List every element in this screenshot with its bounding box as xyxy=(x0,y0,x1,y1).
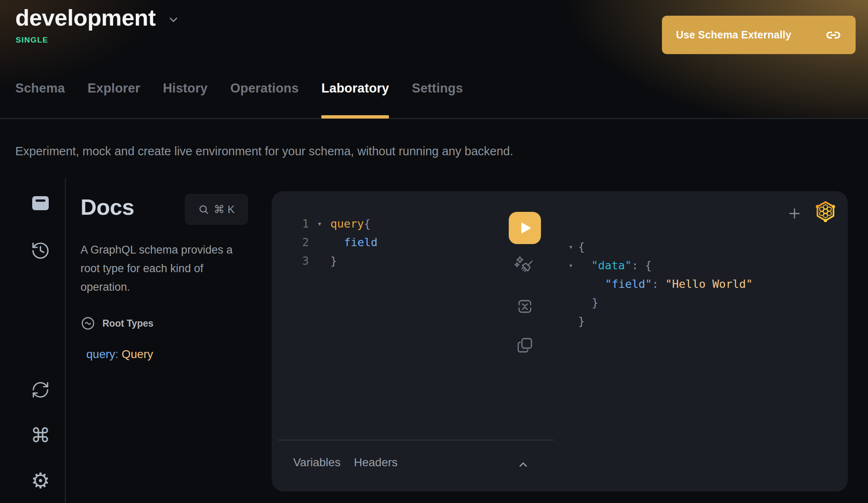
add-tab-icon[interactable] xyxy=(787,206,802,221)
chevron-up-icon[interactable] xyxy=(517,458,529,471)
prettify-icon[interactable] xyxy=(515,255,535,276)
fold-toggle-icon[interactable]: ▾ xyxy=(309,214,330,233)
line-number: 2 xyxy=(272,233,309,252)
root-type-separator: : xyxy=(115,348,122,361)
search-icon xyxy=(198,204,209,215)
tool-sidebar: ⌘ ⚙ xyxy=(0,178,66,503)
app-header: development SINGLE Use Schema Externally… xyxy=(0,0,868,119)
keyboard-shortcuts-icon[interactable]: ⌘ xyxy=(31,425,50,445)
tab-variables[interactable]: Variables xyxy=(293,456,341,469)
graphiql-panel: 1 ▾ query{ 2 field 3 } xyxy=(272,191,848,491)
response-line-5: } xyxy=(569,312,753,330)
fold-toggle-icon[interactable]: ▾ xyxy=(569,237,578,256)
code-field: field xyxy=(344,233,377,252)
response-viewer: ▾ { ▾ "data": { "field": "Hello World" }… xyxy=(569,237,753,330)
docs-icon[interactable] xyxy=(31,193,50,213)
settings-gear-icon[interactable]: ⚙ xyxy=(31,471,50,491)
code-keyword: query xyxy=(330,217,364,230)
tab-schema[interactable]: Schema xyxy=(15,81,65,119)
chevron-down-icon[interactable] xyxy=(167,14,180,26)
docs-search-button[interactable]: ⌘ K xyxy=(185,194,248,225)
json-value: "Hello World" xyxy=(665,278,752,290)
status-badge: SINGLE xyxy=(16,36,48,45)
search-shortcut-label: ⌘ K xyxy=(214,203,235,216)
main-nav-tabs: Schema Explorer History Operations Labor… xyxy=(15,81,463,119)
page-subtitle: Experiment, mock and create live environ… xyxy=(15,145,513,158)
root-types-icon xyxy=(81,316,95,331)
editor-footer-divider xyxy=(277,440,554,440)
query-line-3: 3 } xyxy=(272,252,377,270)
response-line-1: ▾ { xyxy=(569,237,753,256)
json-key-data: "data" xyxy=(591,259,632,272)
root-type-value: Query xyxy=(122,348,153,361)
code-brace: } xyxy=(330,252,337,270)
response-line-3: "field": "Hello World" xyxy=(569,275,753,293)
copy-query-icon[interactable] xyxy=(515,336,534,355)
tab-laboratory[interactable]: Laboratory xyxy=(321,81,389,119)
execute-query-button[interactable] xyxy=(509,212,541,244)
fold-toggle-icon[interactable]: ▾ xyxy=(569,256,578,275)
response-line-4: } xyxy=(569,293,753,312)
root-type-query-link[interactable]: query: Query xyxy=(86,348,153,361)
refetch-schema-icon[interactable] xyxy=(31,380,50,400)
root-types-label: Root Types xyxy=(102,318,154,329)
response-line-2: ▾ "data": { xyxy=(569,256,753,275)
merge-fragments-icon[interactable] xyxy=(515,297,534,316)
use-schema-externally-button[interactable]: Use Schema Externally xyxy=(662,16,856,54)
docs-description: A GraphQL schema provides a root type fo… xyxy=(81,241,248,297)
line-number: 3 xyxy=(272,252,309,270)
tab-history[interactable]: History xyxy=(163,81,207,119)
line-number: 1 xyxy=(272,214,309,233)
hive-logo-icon[interactable] xyxy=(814,200,837,223)
query-editor[interactable]: 1 ▾ query{ 2 field 3 } xyxy=(272,214,377,270)
code-brace: { xyxy=(364,217,370,230)
query-line-2: 2 field xyxy=(272,233,377,252)
tab-explorer[interactable]: Explorer xyxy=(88,81,140,119)
page-title: development xyxy=(15,4,156,31)
history-icon[interactable] xyxy=(31,241,50,261)
docs-panel: Docs ⌘ K A GraphQL schema provides a roo… xyxy=(81,194,262,220)
root-types-section: Root Types xyxy=(81,316,154,331)
link-icon xyxy=(825,27,842,43)
query-line-1: 1 ▾ query{ xyxy=(272,214,377,233)
tab-settings[interactable]: Settings xyxy=(412,81,463,119)
use-schema-button-label: Use Schema Externally xyxy=(676,29,791,41)
tab-headers[interactable]: Headers xyxy=(354,456,398,469)
root-type-name: query xyxy=(86,348,115,361)
json-key-field: "field" xyxy=(605,278,652,290)
play-icon xyxy=(518,221,532,235)
tab-operations[interactable]: Operations xyxy=(230,81,299,119)
